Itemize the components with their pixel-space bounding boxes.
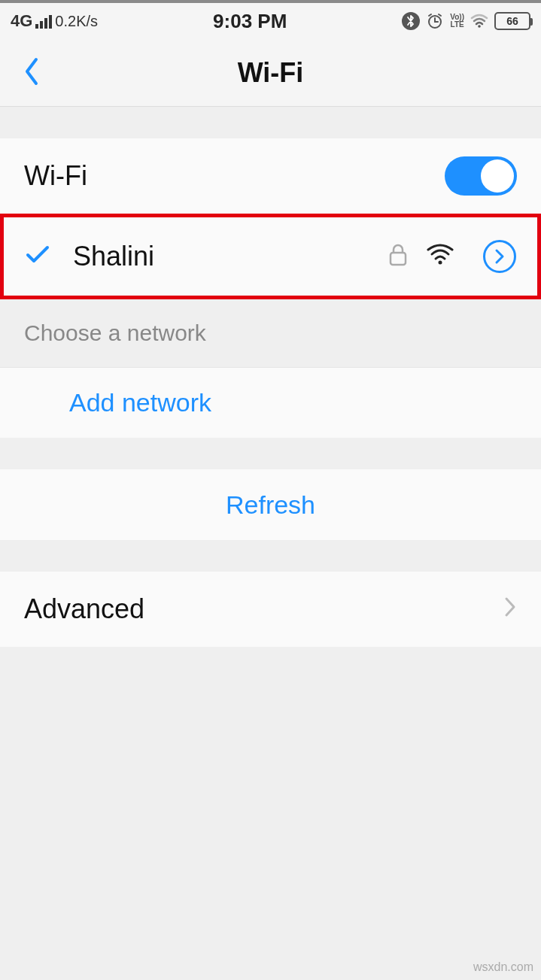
data-speed-label: 0.2K/s [55,13,98,30]
add-network-label: Add network [69,388,211,417]
battery-icon: 66 [494,12,530,30]
status-left: 4G 0.2K/s [11,11,98,31]
chevron-right-icon [503,593,517,625]
clock-label: 9:03 PM [213,10,287,33]
network-type-label: 4G [11,11,32,31]
checkmark-icon [25,244,50,269]
svg-rect-2 [391,253,406,265]
lock-icon [388,243,408,270]
toggle-knob [481,159,514,193]
network-name-label: Shalini [73,241,370,272]
wifi-toggle-row: Wi-Fi [0,138,541,214]
status-right: Vo)) LTE 66 [402,12,530,30]
advanced-row[interactable]: Advanced [0,572,541,647]
watermark-label: wsxdn.com [473,960,533,974]
spacer [0,540,541,572]
back-button[interactable] [23,56,41,90]
network-details-button[interactable] [483,240,516,273]
bluetooth-icon [402,12,420,30]
connected-network-highlight: Shalini [0,214,541,299]
choose-network-header: Choose a network [0,299,541,367]
battery-percent-label: 66 [506,15,518,27]
add-network-button[interactable]: Add network [0,367,541,438]
advanced-label: Advanced [24,593,144,625]
signal-bars-icon [35,14,52,29]
svg-point-3 [439,261,442,265]
refresh-label: Refresh [226,490,315,520]
alarm-icon [426,12,444,30]
wifi-toggle-label: Wi-Fi [24,160,87,192]
volte-line2: LTE [450,21,464,29]
svg-point-1 [478,25,481,28]
wifi-status-icon [470,14,488,29]
wifi-signal-icon [426,244,454,269]
connected-network-row[interactable]: Shalini [4,217,537,296]
status-bar: 4G 0.2K/s 9:03 PM Vo)) LTE 66 [0,0,541,39]
spacer [0,107,541,138]
refresh-button[interactable]: Refresh [0,469,541,540]
volte-icon: Vo)) LTE [450,14,464,29]
page-title: Wi-Fi [238,57,304,89]
spacer [0,438,541,469]
nav-header: Wi-Fi [0,39,541,107]
wifi-toggle[interactable] [445,156,517,196]
